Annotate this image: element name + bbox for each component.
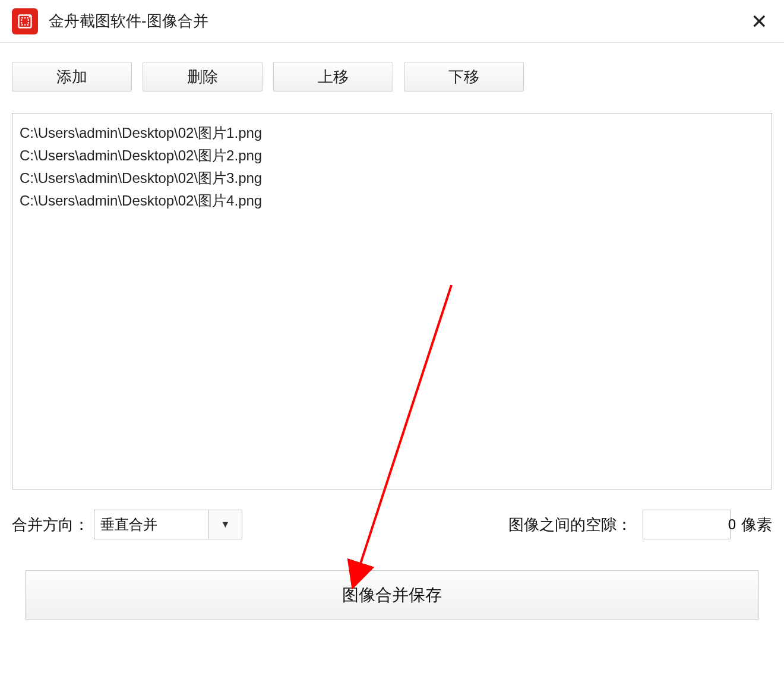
list-item[interactable]: C:\Users\admin\Desktop\02\图片4.png [20, 189, 764, 212]
svg-rect-1 [21, 18, 29, 25]
svg-point-2 [29, 15, 31, 17]
gap-label: 图像之间的空隙： [508, 514, 632, 535]
direction-value: 垂直合并 [94, 510, 208, 539]
close-button[interactable]: ✕ [746, 8, 772, 34]
direction-label: 合并方向： [12, 514, 89, 535]
list-item[interactable]: C:\Users\admin\Desktop\02\图片3.png [20, 167, 764, 189]
delete-button[interactable]: 删除 [143, 62, 263, 91]
list-item[interactable]: C:\Users\admin\Desktop\02\图片2.png [20, 144, 764, 167]
add-button[interactable]: 添加 [12, 62, 132, 91]
unit-label: 像素 [741, 514, 772, 535]
titlebar: 金舟截图软件-图像合并 ✕ [0, 0, 784, 43]
list-item[interactable]: C:\Users\admin\Desktop\02\图片1.png [20, 122, 764, 144]
close-icon: ✕ [751, 11, 767, 31]
file-list[interactable]: C:\Users\admin\Desktop\02\图片1.png C:\Use… [12, 113, 772, 489]
chevron-down-icon: ▼ [221, 519, 230, 530]
move-down-button[interactable]: 下移 [404, 62, 524, 91]
app-icon [12, 8, 38, 34]
gap-spinner[interactable]: ˄ ˅ [643, 510, 731, 539]
direction-dropdown[interactable]: 垂直合并 ▼ [94, 510, 242, 539]
dropdown-arrow[interactable]: ▼ [208, 510, 242, 539]
move-up-button[interactable]: 上移 [273, 62, 393, 91]
options-row: 合并方向： 垂直合并 ▼ 图像之间的空隙： ˄ ˅ 像素 [0, 489, 784, 539]
screenshot-icon [17, 13, 33, 30]
merge-save-button[interactable]: 图像合并保存 [25, 570, 759, 620]
toolbar: 添加 删除 上移 下移 [0, 43, 784, 91]
window-title: 金舟截图软件-图像合并 [49, 11, 746, 31]
